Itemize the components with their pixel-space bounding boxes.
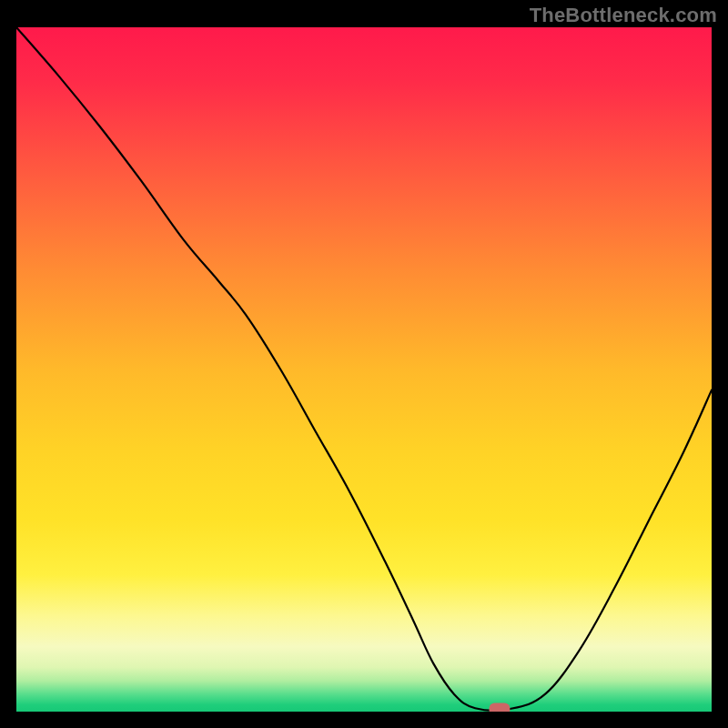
gradient-background bbox=[16, 27, 712, 712]
optimum-marker bbox=[490, 703, 511, 712]
watermark-label: TheBottleneck.com bbox=[530, 4, 717, 27]
bottleneck-chart bbox=[16, 27, 712, 712]
